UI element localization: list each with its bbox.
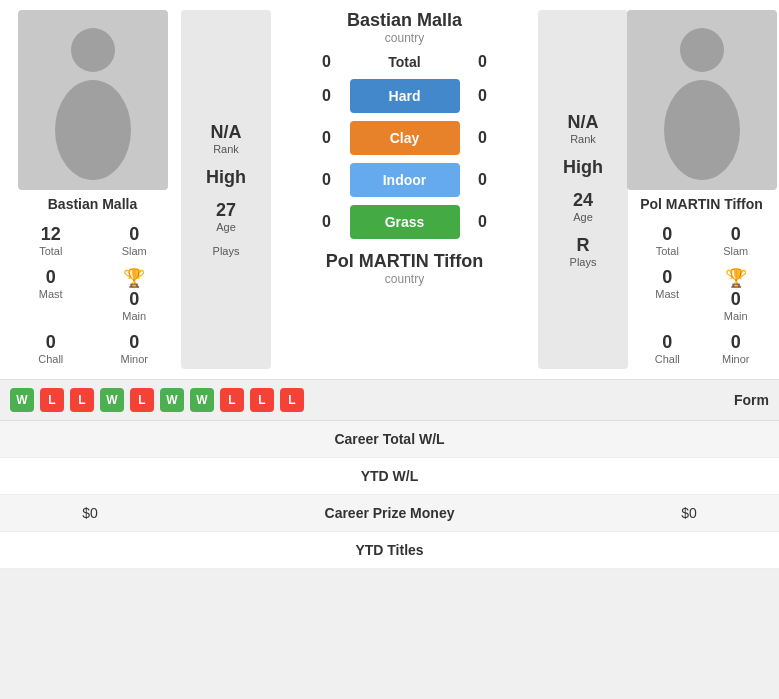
player1-stats-grid: 12 Total 0 Slam 0 Mast 🏆 0 Main 0 xyxy=(10,220,175,369)
player1-main-value: 0 xyxy=(96,289,174,310)
player1-center-name: Bastian Malla xyxy=(277,10,532,31)
svg-point-1 xyxy=(55,80,131,180)
top-section: Bastian Malla 12 Total 0 Slam 0 Mast 🏆 0 xyxy=(0,0,779,379)
player2-slam-cell: 0 Slam xyxy=(703,220,770,261)
clay-right-score: 0 xyxy=(468,129,498,147)
player2-chall-value: 0 xyxy=(636,332,699,353)
form-badge-3: W xyxy=(100,388,124,412)
hard-left-score: 0 xyxy=(312,87,342,105)
player1-plays-value: Plays xyxy=(187,245,265,257)
player1-minor-value: 0 xyxy=(96,332,174,353)
svg-point-2 xyxy=(680,28,724,72)
player1-column: Bastian Malla 12 Total 0 Slam 0 Mast 🏆 0 xyxy=(10,10,175,369)
player2-slam-label: Slam xyxy=(705,245,768,257)
player1-main-cell: 🏆 0 Main xyxy=(94,263,176,326)
player1-name: Bastian Malla xyxy=(48,196,137,212)
player2-minor-cell: 0 Minor xyxy=(703,328,770,369)
player2-chall-label: Chall xyxy=(636,353,699,365)
indoor-row: 0 Indoor 0 xyxy=(277,159,532,201)
player2-main-label: Main xyxy=(705,310,768,322)
player1-total-cell: 12 Total xyxy=(10,220,92,261)
player2-total-label: Total xyxy=(636,245,699,257)
career-wl-label: Career Total W/L xyxy=(165,431,614,447)
player1-country: country xyxy=(277,31,532,45)
total-label: Total xyxy=(350,54,460,70)
player1-rank-block: N/A Rank xyxy=(187,122,265,155)
grass-row: 0 Grass 0 xyxy=(277,201,532,243)
player1-mast-value: 0 xyxy=(12,267,90,288)
player2-rank-block: N/A Rank xyxy=(544,112,622,145)
player2-chall-cell: 0 Chall xyxy=(634,328,701,369)
player2-header: Pol MARTIN Tiffon country xyxy=(277,251,532,286)
player1-chall-value: 0 xyxy=(12,332,90,353)
player1-mast-label: Mast xyxy=(12,288,90,300)
player1-total-value: 12 xyxy=(12,224,90,245)
bottom-stats: Career Total W/L YTD W/L $0 Career Prize… xyxy=(0,420,779,569)
player1-silhouette-icon xyxy=(43,20,143,180)
player1-header: Bastian Malla country xyxy=(277,10,532,45)
player2-name: Pol MARTIN Tiffon xyxy=(640,196,763,212)
player2-plays-value: R xyxy=(544,235,622,256)
player2-main-value: 0 xyxy=(705,289,768,310)
player1-total-label: Total xyxy=(12,245,90,257)
player1-high-value: High xyxy=(187,167,265,188)
grass-button[interactable]: Grass xyxy=(350,205,460,239)
total-row: 0 Total 0 xyxy=(277,49,532,75)
player1-age-label: Age xyxy=(187,221,265,233)
player1-stats-box: N/A Rank High 27 Age Plays xyxy=(181,10,271,369)
clay-button[interactable]: Clay xyxy=(350,121,460,155)
clay-left-score: 0 xyxy=(312,129,342,147)
player2-silhouette-icon xyxy=(652,20,752,180)
player2-stats-box: N/A Rank High 24 Age R Plays xyxy=(538,10,628,369)
total-left-score: 0 xyxy=(312,53,342,71)
indoor-button[interactable]: Indoor xyxy=(350,163,460,197)
career-prize-row: $0 Career Prize Money $0 xyxy=(0,495,779,532)
player1-mast-cell: 0 Mast xyxy=(10,263,92,326)
player1-main-label: Main xyxy=(96,310,174,322)
player1-minor-cell: 0 Minor xyxy=(94,328,176,369)
form-badge-7: L xyxy=(220,388,244,412)
player2-mast-value: 0 xyxy=(636,267,699,288)
player2-age-label: Age xyxy=(544,211,622,223)
form-badge-0: W xyxy=(10,388,34,412)
player2-main-cell: 🏆 0 Main xyxy=(703,263,770,326)
player2-plays-label: Plays xyxy=(544,256,622,268)
player1-slam-cell: 0 Slam xyxy=(94,220,176,261)
ytd-wl-label: YTD W/L xyxy=(165,468,614,484)
player1-high-block: High xyxy=(187,167,265,188)
player1-prize: $0 xyxy=(15,505,165,521)
player2-mast-cell: 0 Mast xyxy=(634,263,701,326)
clay-row: 0 Clay 0 xyxy=(277,117,532,159)
form-badge-2: L xyxy=(70,388,94,412)
player2-plays-block: R Plays xyxy=(544,235,622,268)
ytd-titles-label: YTD Titles xyxy=(165,542,614,558)
player1-photo xyxy=(18,10,168,190)
form-badge-5: W xyxy=(160,388,184,412)
player2-total-value: 0 xyxy=(636,224,699,245)
player2-rank-value: N/A xyxy=(544,112,622,133)
player1-plays-block: Plays xyxy=(187,245,265,257)
player1-age-value: 27 xyxy=(187,200,265,221)
form-badge-1: L xyxy=(40,388,64,412)
svg-point-3 xyxy=(664,80,740,180)
player1-slam-value: 0 xyxy=(96,224,174,245)
player2-slam-value: 0 xyxy=(705,224,768,245)
form-badge-8: L xyxy=(250,388,274,412)
player2-high-block: High xyxy=(544,157,622,178)
hard-button[interactable]: Hard xyxy=(350,79,460,113)
player2-minor-label: Minor xyxy=(705,353,768,365)
trophy2-icon: 🏆 xyxy=(725,267,747,289)
grass-left-score: 0 xyxy=(312,213,342,231)
player2-total-cell: 0 Total xyxy=(634,220,701,261)
player2-high-value: High xyxy=(544,157,622,178)
form-label: Form xyxy=(734,392,769,408)
player1-minor-label: Minor xyxy=(96,353,174,365)
hard-right-score: 0 xyxy=(468,87,498,105)
player1-slam-label: Slam xyxy=(96,245,174,257)
player2-column: Pol MARTIN Tiffon 0 Total 0 Slam 0 Mast … xyxy=(634,10,769,369)
surface-rows: 0 Hard 0 0 Clay 0 0 Indoor 0 0 Grass xyxy=(277,75,532,243)
svg-point-0 xyxy=(71,28,115,72)
center-column: Bastian Malla country 0 Total 0 0 Hard 0… xyxy=(277,10,532,369)
career-wl-row: Career Total W/L xyxy=(0,421,779,458)
form-badge-9: L xyxy=(280,388,304,412)
